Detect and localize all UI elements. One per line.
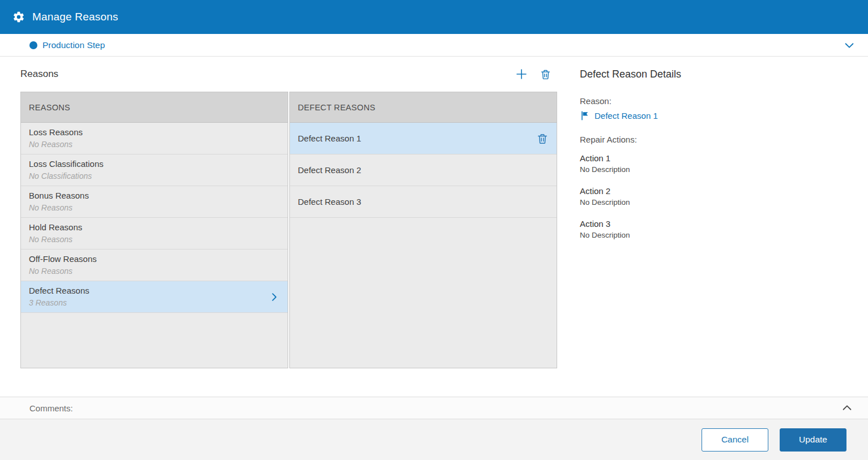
repair-action-description: No Description — [580, 165, 848, 174]
reason-category-count: No Reasons — [29, 234, 82, 245]
defect-reason-label: Defect Reason 1 — [298, 132, 361, 145]
page-title: Manage Reasons — [32, 11, 118, 23]
repair-action-name: Action 3 — [580, 219, 848, 229]
defect-reason-details-panel: Defect Reason Details Reason: Defect Rea… — [557, 57, 848, 397]
reasons-panel: Reasons REASONS — [20, 57, 557, 397]
comments-bar[interactable]: Comments: — [0, 397, 868, 419]
delete-defect-reason-icon[interactable] — [536, 132, 549, 145]
gear-icon — [12, 11, 25, 23]
reason-category-count: No Classifications — [29, 170, 104, 182]
repair-action-item: Action 1 No Description — [580, 153, 848, 174]
main-content: Reasons REASONS — [0, 57, 868, 397]
defect-reason-row[interactable]: Defect Reason 3 — [290, 186, 557, 218]
comments-label: Comments: — [29, 403, 73, 413]
repair-action-item: Action 3 No Description — [580, 219, 848, 239]
reason-category-label: Loss Reasons — [29, 126, 83, 139]
production-step-bar[interactable]: Production Step — [0, 34, 868, 57]
flag-icon — [580, 110, 591, 121]
details-panel-header: Defect Reason Details — [580, 57, 848, 92]
reason-category-row[interactable]: Defect Reasons 3 Reasons — [21, 281, 288, 313]
repair-action-description: No Description — [580, 198, 848, 207]
app-header: Manage Reasons — [0, 0, 868, 34]
defect-reason-row[interactable]: Defect Reason 1 — [290, 123, 557, 154]
defect-reasons-column-header: DEFECT REASONS — [290, 92, 557, 123]
footer-bar: Cancel Update — [0, 419, 868, 460]
plus-icon — [515, 67, 528, 81]
repair-actions-label: Repair Actions: — [580, 135, 848, 144]
reason-category-label: Defect Reasons — [29, 285, 89, 297]
add-reason-button[interactable] — [515, 67, 528, 81]
reason-category-count: No Reasons — [29, 265, 97, 277]
details-title: Defect Reason Details — [580, 68, 681, 80]
repair-actions-list: Action 1 No Description Action 2 No Desc… — [580, 153, 848, 239]
reason-category-label: Off-Flow Reasons — [29, 253, 97, 265]
reasons-table: REASONS Loss Reasons No Reasons — [20, 92, 557, 368]
repair-action-item: Action 2 No Description — [580, 186, 848, 207]
reason-field-label: Reason: — [580, 96, 848, 106]
reasons-panel-header: Reasons — [20, 57, 557, 92]
defect-reason-label: Defect Reason 2 — [298, 164, 361, 177]
reasons-column-header: REASONS — [21, 92, 288, 123]
reason-categories-column: REASONS Loss Reasons No Reasons — [20, 92, 288, 368]
reason-category-count: 3 Reasons — [29, 297, 89, 308]
reason-category-row[interactable]: Off-Flow Reasons No Reasons — [21, 250, 288, 281]
chevron-up-icon[interactable] — [841, 402, 853, 414]
defect-reason-list: Defect Reason 1 Defect Reason 2 — [290, 123, 557, 218]
selected-reason-value: Defect Reason 1 — [595, 111, 658, 121]
repair-action-description: No Description — [580, 231, 848, 239]
repair-action-name: Action 2 — [580, 186, 848, 196]
selected-reason-link[interactable]: Defect Reason 1 — [580, 110, 658, 121]
reasons-title: Reasons — [20, 68, 58, 80]
reason-category-row[interactable]: Bonus Reasons No Reasons — [21, 186, 288, 218]
update-button[interactable]: Update — [780, 428, 846, 452]
reason-category-row[interactable]: Hold Reasons No Reasons — [21, 218, 288, 250]
reason-category-label: Bonus Reasons — [29, 190, 89, 202]
reason-category-row[interactable]: Loss Classifications No Classifications — [21, 154, 288, 186]
chevron-down-icon[interactable] — [843, 39, 856, 51]
reason-category-label: Loss Classifications — [29, 158, 104, 170]
defect-reason-label: Defect Reason 3 — [298, 196, 361, 208]
reason-category-count: No Reasons — [29, 202, 89, 213]
production-step-label: Production Step — [42, 40, 105, 50]
step-circle-icon — [29, 41, 37, 49]
cancel-button[interactable]: Cancel — [702, 428, 768, 452]
defect-reasons-column: DEFECT REASONS Defect Reason 1 Defect Re… — [289, 92, 557, 368]
trash-icon — [540, 68, 551, 80]
chevron-right-icon — [268, 291, 280, 303]
repair-action-name: Action 1 — [580, 153, 848, 163]
reasons-category-list: Loss Reasons No Reasons Loss Classificat… — [21, 123, 288, 313]
defect-reason-row[interactable]: Defect Reason 2 — [290, 154, 557, 186]
reason-category-row[interactable]: Loss Reasons No Reasons — [21, 123, 288, 154]
reason-category-label: Hold Reasons — [29, 221, 82, 234]
delete-reason-button[interactable] — [540, 68, 551, 80]
reason-category-count: No Reasons — [29, 139, 83, 150]
